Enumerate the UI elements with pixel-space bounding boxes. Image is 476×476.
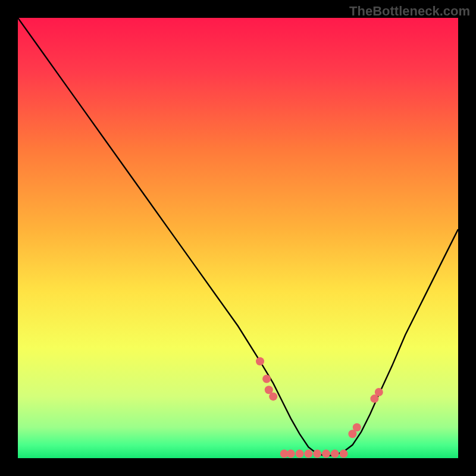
chart-container: TheBottleneck.com [0,0,476,476]
plot-area [18,18,458,458]
data-point [296,450,304,458]
chart-svg [18,18,458,458]
gradient-background [18,18,458,458]
data-point [322,450,330,458]
data-point [340,450,348,458]
watermark-text: TheBottleneck.com [349,4,470,19]
data-point [269,392,277,400]
data-point [262,375,271,383]
data-point [331,450,339,458]
data-point [287,450,295,458]
data-point [353,423,361,431]
data-point [304,450,312,458]
data-point [256,357,264,365]
data-point [375,388,383,396]
data-point [313,450,321,458]
